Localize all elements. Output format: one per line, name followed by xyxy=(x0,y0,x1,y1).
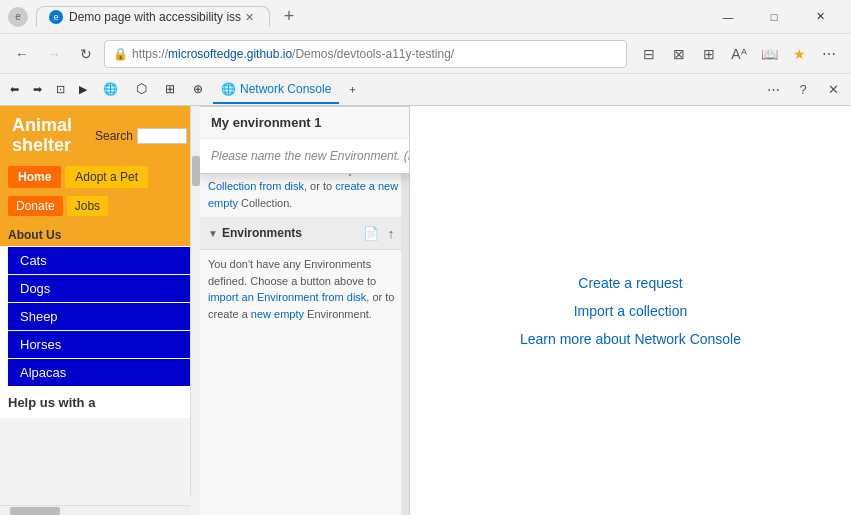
env-name-placeholder: Please name the new Environment. (Press … xyxy=(211,149,410,163)
environments-content: You don't have any Environments defined.… xyxy=(200,250,409,328)
maximize-button[interactable]: □ xyxy=(751,0,797,34)
import-collection-main-link[interactable]: Import a collection xyxy=(574,303,688,319)
nav-row2: Donate Jobs xyxy=(0,196,199,224)
nav-row1: Home Adopt a Pet xyxy=(0,166,199,196)
main-content: Animal shelter Search Home Adopt a Pet D… xyxy=(0,106,851,515)
animal-item-horses[interactable]: Horses xyxy=(8,331,191,358)
devtools-main-area: Create a request Import a collection Lea… xyxy=(410,106,851,515)
donate-nav-button[interactable]: Donate xyxy=(8,196,63,216)
animal-item-dogs[interactable]: Dogs xyxy=(8,275,191,302)
devtools-toolbar: ⬅ ➡ ⊡ ▶ 🌐 ⬡ ⊞ ⊕ 🌐 Network Console ＋ ⋯ ? … xyxy=(0,74,851,106)
more-options-button[interactable]: ⋯ xyxy=(759,76,787,104)
environments-arrow: ▼ xyxy=(208,228,218,239)
tab-network-console[interactable]: 🌐 Network Console xyxy=(213,76,339,104)
reader-mode-icon[interactable]: Aᴬ xyxy=(725,40,753,68)
add-tab-button[interactable]: ＋ xyxy=(341,78,364,102)
network-console-label: Network Console xyxy=(240,82,331,96)
globe-icon: 🌐 xyxy=(103,82,118,96)
env-name-input[interactable]: Please name the new Environment. (Press … xyxy=(200,139,410,173)
tab-favicon: e xyxy=(49,10,63,24)
collections-sidebar: ▼ Collections 📄 ↑ You don't have any Col… xyxy=(200,106,410,515)
devtools-dock-btn[interactable]: ⊡ xyxy=(50,78,71,102)
shelter-header: Animal shelter Search xyxy=(0,106,199,166)
animal-item-alpacas[interactable]: Alpacas xyxy=(8,359,191,386)
tab-plus-icon[interactable]: ⊕ xyxy=(185,76,211,104)
animal-item-cats[interactable]: Cats xyxy=(8,247,191,274)
hscroll-thumb xyxy=(10,507,60,515)
minimize-button[interactable]: — xyxy=(705,0,751,34)
webpage-scrollbar[interactable] xyxy=(190,106,200,495)
environments-section-header: ▼ Environments 📄 ↑ xyxy=(200,217,409,250)
home-nav-button[interactable]: Home xyxy=(8,166,61,188)
tab-title: Demo page with accessibility iss xyxy=(69,10,241,24)
env-popup-title: My environment 1 xyxy=(200,107,410,139)
title-bar: e e Demo page with accessibility iss ✕ +… xyxy=(0,0,851,34)
about-nav-button[interactable]: About Us xyxy=(0,224,199,246)
collections-icon[interactable]: ⊟ xyxy=(635,40,663,68)
address-bar: ← → ↻ 🔒 https://microsoftedge.github.io/… xyxy=(0,34,851,74)
immersive-reader-icon[interactable]: 📖 xyxy=(755,40,783,68)
search-input[interactable] xyxy=(137,128,187,144)
devtools-pin-btn[interactable]: ▶ xyxy=(73,78,93,102)
back-button[interactable]: ← xyxy=(8,40,36,68)
environments-section-title: Environments xyxy=(222,226,361,240)
close-window-button[interactable]: ✕ xyxy=(797,0,843,34)
grid2-icon: ⊞ xyxy=(165,82,175,96)
cursor-icon: ⬡ xyxy=(136,81,147,96)
tab-close-button[interactable]: ✕ xyxy=(241,9,257,25)
tab-globe[interactable]: 🌐 xyxy=(95,76,126,104)
more-tools-icon[interactable]: ⋯ xyxy=(815,40,843,68)
adopt-nav-button[interactable]: Adopt a Pet xyxy=(65,166,148,188)
create-env-link[interactable]: new empty xyxy=(251,308,304,320)
env-popup: My environment 1 Please name the new Env… xyxy=(200,106,410,174)
jobs-nav-button[interactable]: Jobs xyxy=(67,196,108,216)
grid-icon[interactable]: ⊞ xyxy=(695,40,723,68)
scroll-thumb xyxy=(192,156,200,186)
import-env-icon[interactable]: 📄 xyxy=(361,223,381,243)
webpage-panel: Animal shelter Search Home Adopt a Pet D… xyxy=(0,106,200,418)
tab-inspect[interactable]: ⬡ xyxy=(128,76,155,104)
shelter-title: Animal shelter xyxy=(12,116,95,156)
devtools-nav-forward[interactable]: ➡ xyxy=(27,78,48,102)
learn-more-link[interactable]: Learn more about Network Console xyxy=(520,331,741,347)
search-label: Search xyxy=(95,129,133,143)
tab-grid[interactable]: ⊞ xyxy=(157,76,183,104)
favorites-icon[interactable]: ★ xyxy=(785,40,813,68)
create-request-link[interactable]: Create a request xyxy=(578,275,682,291)
import-env-link[interactable]: import an Environment from disk xyxy=(208,291,366,303)
address-input[interactable]: 🔒 https://microsoftedge.github.io/Demos/… xyxy=(104,40,627,68)
animal-list: Cats Dogs Sheep Horses Alpacas xyxy=(0,247,199,386)
network-console-icon: 🌐 xyxy=(221,82,236,96)
export-env-icon[interactable]: ↑ xyxy=(381,223,401,243)
close-devtools-button[interactable]: ✕ xyxy=(819,76,847,104)
webpage-hscrollbar[interactable] xyxy=(0,505,190,515)
url-display: https://microsoftedge.github.io/Demos/de… xyxy=(132,47,454,61)
help-button[interactable]: ? xyxy=(789,76,817,104)
devtools-nav-back[interactable]: ⬅ xyxy=(4,78,25,102)
new-tab-button[interactable]: + xyxy=(274,6,304,27)
help-text: Help us with a xyxy=(0,387,199,418)
webpage-wrapper: Animal shelter Search Home Adopt a Pet D… xyxy=(0,106,200,515)
forward-button[interactable]: → xyxy=(40,40,68,68)
refresh-button[interactable]: ↻ xyxy=(72,40,100,68)
devtools-panel: ▼ Collections 📄 ↑ You don't have any Col… xyxy=(200,106,851,515)
elements-icon: ⊕ xyxy=(193,82,203,96)
split-screen-icon[interactable]: ⊠ xyxy=(665,40,693,68)
browser-icon: e xyxy=(8,7,28,27)
active-tab[interactable]: e Demo page with accessibility iss ✕ xyxy=(36,6,270,27)
animal-item-sheep[interactable]: Sheep xyxy=(8,303,191,330)
